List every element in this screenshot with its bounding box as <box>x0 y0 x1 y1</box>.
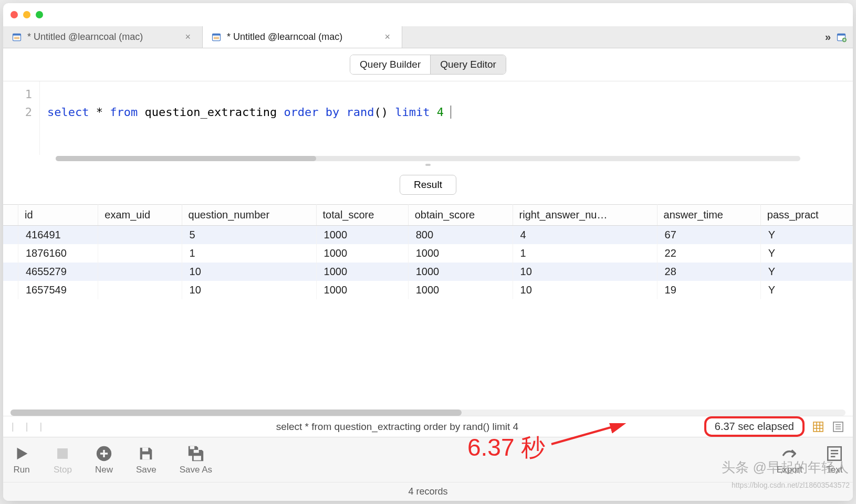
cell[interactable]: 800 <box>408 226 513 245</box>
svg-rect-23 <box>142 454 150 459</box>
close-icon[interactable]: × <box>182 30 194 44</box>
svg-rect-1 <box>13 34 21 35</box>
query-file-icon <box>12 32 22 43</box>
record-count: 4 records <box>3 482 853 501</box>
cell[interactable]: 1000 <box>316 281 408 299</box>
row-marker <box>3 281 18 299</box>
play-icon <box>13 445 30 463</box>
results-grid[interactable]: idexam_uidquestion_numbertotal_scoreobta… <box>3 204 853 406</box>
save-as-button[interactable]: Save As <box>180 445 212 475</box>
floppy-icon <box>137 445 155 463</box>
svg-rect-24 <box>190 446 195 449</box>
cell[interactable]: 67 <box>657 226 760 245</box>
column-header[interactable]: right_answer_nu… <box>513 205 657 226</box>
window-close-button[interactable] <box>11 11 18 18</box>
cell[interactable]: 1000 <box>408 281 513 299</box>
cell[interactable]: 416491 <box>18 226 98 245</box>
cell[interactable]: 10 <box>182 281 316 299</box>
editor-horizontal-scrollbar[interactable] <box>56 156 800 161</box>
column-header[interactable]: id <box>18 205 98 226</box>
text-icon <box>826 445 843 463</box>
tab-result[interactable]: Result <box>400 175 456 195</box>
table-row[interactable]: 465527910100010001028Y <box>3 262 853 281</box>
cell[interactable]: 10 <box>513 262 657 281</box>
new-query-icon[interactable] <box>836 32 847 43</box>
panel-splitter[interactable] <box>3 162 853 167</box>
cell[interactable]: 10 <box>513 281 657 299</box>
cell[interactable] <box>98 262 182 281</box>
tab-query-builder[interactable]: Query Builder <box>350 55 430 74</box>
cell[interactable]: 1 <box>182 244 316 262</box>
cell[interactable]: 1000 <box>316 262 408 281</box>
table-row[interactable]: 41649151000800467Y <box>3 226 853 245</box>
cell[interactable] <box>98 281 182 299</box>
cell[interactable]: Y <box>760 244 852 262</box>
cell[interactable]: 1657549 <box>18 281 98 299</box>
cell[interactable]: 22 <box>657 244 760 262</box>
cell[interactable]: 28 <box>657 262 760 281</box>
export-button[interactable]: Export <box>777 445 802 475</box>
column-header[interactable]: question_number <box>182 205 316 226</box>
tab-query-2[interactable]: * Untitled @learncoal (mac) × <box>203 26 402 48</box>
svg-rect-5 <box>213 34 221 35</box>
cell[interactable]: Y <box>760 226 852 245</box>
cell[interactable] <box>98 244 182 262</box>
row-marker-header <box>3 205 18 226</box>
column-header[interactable]: exam_uid <box>98 205 182 226</box>
svg-rect-9 <box>838 34 845 35</box>
cell[interactable]: Y <box>760 281 852 299</box>
svg-rect-26 <box>194 456 201 460</box>
cell[interactable]: 4655279 <box>18 262 98 281</box>
sql-editor[interactable]: 1 2 select * from question_extracting or… <box>3 81 853 155</box>
tab-label: * Untitled @learncoal (mac) <box>27 32 143 43</box>
stop-button: Stop <box>54 445 72 475</box>
form-view-icon[interactable] <box>832 421 844 433</box>
cell[interactable]: 1000 <box>408 244 513 262</box>
run-label: Run <box>13 465 29 475</box>
svg-rect-25 <box>194 449 199 453</box>
cell[interactable]: 5 <box>182 226 316 245</box>
tabs-overflow-icon[interactable]: » <box>825 31 831 43</box>
cell[interactable]: 1876160 <box>18 244 98 262</box>
window-zoom-button[interactable] <box>36 11 43 18</box>
tab-query-editor[interactable]: Query Editor <box>430 55 506 74</box>
row-marker <box>3 244 18 262</box>
table-row[interactable]: 1876160110001000122Y <box>3 244 853 262</box>
save-as-label: Save As <box>180 465 212 475</box>
column-header[interactable]: pass_pract <box>760 205 852 226</box>
window-minimize-button[interactable] <box>23 11 30 18</box>
statusbar: ||| select * from question_extracting or… <box>3 416 853 437</box>
row-marker <box>3 262 18 281</box>
cell[interactable]: 1 <box>513 244 657 262</box>
sql-code[interactable]: select * from question_extracting order … <box>40 81 853 155</box>
tab-query-1[interactable]: * Untitled @learncoal (mac) × <box>3 26 203 48</box>
cell[interactable]: 1000 <box>408 262 513 281</box>
new-button[interactable]: New <box>95 445 113 475</box>
cell[interactable]: 1000 <box>316 244 408 262</box>
svg-rect-22 <box>142 447 148 451</box>
text-button[interactable]: Text <box>826 445 843 475</box>
cell[interactable]: Y <box>760 262 852 281</box>
cell[interactable]: 10 <box>182 262 316 281</box>
cell[interactable] <box>98 226 182 245</box>
floppy-multi-icon <box>187 445 205 463</box>
grid-view-icon[interactable] <box>812 421 824 433</box>
table-row[interactable]: 165754910100010001019Y <box>3 281 853 299</box>
stop-label: Stop <box>54 465 72 475</box>
new-label: New <box>95 465 113 475</box>
svg-rect-20 <box>58 448 68 459</box>
column-header[interactable]: obtain_score <box>408 205 513 226</box>
cell[interactable]: 4 <box>513 226 657 245</box>
bottom-toolbar: Run Stop New Save Save As Export Text <box>3 437 853 482</box>
close-icon[interactable]: × <box>381 30 393 44</box>
save-button[interactable]: Save <box>136 445 156 475</box>
cell[interactable]: 1000 <box>316 226 408 245</box>
column-header[interactable]: answer_time <box>657 205 760 226</box>
grid-horizontal-scrollbar[interactable] <box>11 410 845 416</box>
view-switcher: Query Builder Query Editor <box>3 48 853 81</box>
run-button[interactable]: Run <box>13 445 30 475</box>
svg-rect-11 <box>813 422 823 432</box>
column-header[interactable]: total_score <box>316 205 408 226</box>
tabbar: * Untitled @learncoal (mac) × * Untitled… <box>3 26 853 48</box>
cell[interactable]: 19 <box>657 281 760 299</box>
